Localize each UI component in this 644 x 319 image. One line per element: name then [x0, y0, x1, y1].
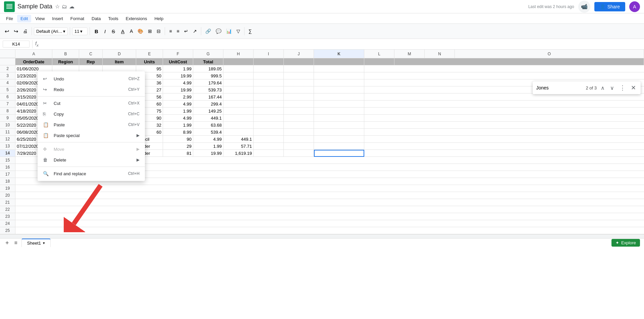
cell[interactable] [314, 101, 364, 108]
col-header-k[interactable]: K [314, 50, 364, 58]
cell[interactable]: 1.99 [163, 65, 193, 72]
cell[interactable] [254, 65, 284, 72]
function-btn[interactable]: ∑ [247, 27, 254, 35]
cell[interactable]: 1.99 [163, 108, 193, 115]
cell-d-header[interactable]: Item [103, 58, 136, 65]
menu-help[interactable]: Help [151, 15, 167, 22]
cell-b-header[interactable]: Region [52, 58, 79, 65]
cell[interactable]: 539.4 [193, 129, 223, 136]
menu-insert[interactable]: Insert [49, 15, 66, 22]
cell[interactable]: 167.44 [193, 93, 223, 101]
sheet-tabs-btn[interactable]: ≡ [13, 240, 19, 246]
ctx-copy[interactable]: ⎘ Copy Ctrl+C [38, 109, 145, 119]
avatar[interactable]: A [629, 1, 640, 12]
col-header-n[interactable]: N [425, 50, 455, 58]
col-header-j[interactable]: J [284, 50, 314, 58]
row-num[interactable]: 20 [0, 192, 15, 199]
strikethrough-btn[interactable]: S [109, 27, 118, 36]
cell[interactable] [284, 93, 314, 101]
row-num[interactable]: 23 [0, 213, 15, 220]
star-icon[interactable]: ☆ [55, 3, 60, 10]
cell[interactable] [254, 101, 284, 108]
cell[interactable]: 19.99 [163, 72, 193, 79]
cell-g-header[interactable]: Total [193, 58, 223, 65]
col-header-e[interactable]: E [136, 50, 163, 58]
cell-h14[interactable]: 1,619.19 [223, 150, 254, 157]
row-num[interactable]: 15 [0, 157, 15, 164]
cell[interactable] [254, 115, 284, 122]
cell[interactable]: 539.73 [193, 86, 223, 93]
cell[interactable] [284, 129, 314, 136]
doc-title[interactable]: Sample Data [17, 3, 52, 10]
cell[interactable] [314, 65, 364, 72]
row-num[interactable]: 2 [0, 65, 15, 72]
row-num[interactable]: 13 [0, 143, 15, 150]
cell-i14[interactable] [254, 150, 284, 157]
fill-color-btn[interactable]: 🎨 [136, 27, 145, 35]
explore-button[interactable]: ✦ Explore [611, 239, 640, 247]
menu-extensions[interactable]: Extensions [122, 15, 151, 22]
cell[interactable] [254, 93, 284, 101]
menu-tools[interactable]: Tools [105, 15, 121, 22]
menu-view[interactable]: View [32, 15, 48, 22]
cell[interactable]: 29 [163, 143, 193, 150]
cell[interactable] [314, 79, 364, 86]
cell[interactable] [314, 122, 364, 129]
cell-f-header[interactable]: UnitCost [163, 58, 193, 65]
cell[interactable] [223, 86, 254, 93]
cell[interactable]: 90 [163, 136, 193, 143]
cell[interactable]: 63.68 [193, 122, 223, 129]
cell-h-header[interactable] [223, 58, 254, 65]
cell[interactable]: 2.99 [163, 93, 193, 101]
ctx-redo[interactable]: ↪ Redo Ctrl+Y [38, 84, 145, 95]
cell[interactable] [284, 101, 314, 108]
cell[interactable] [314, 86, 364, 93]
cell[interactable] [223, 93, 254, 101]
row-num-14[interactable]: 14 [0, 150, 15, 157]
ctx-paste-special[interactable]: 📋 Paste special ▶ [38, 130, 145, 141]
ctx-undo[interactable]: ↩ Undo Ctrl+Z [38, 73, 145, 84]
cell[interactable] [254, 86, 284, 93]
cell[interactable] [223, 115, 254, 122]
row-num[interactable]: 24 [0, 220, 15, 227]
cell[interactable] [314, 108, 364, 115]
row-num[interactable]: 5 [0, 86, 15, 93]
cell[interactable]: 999.5 [193, 72, 223, 79]
cell[interactable]: 179.64 [193, 79, 223, 86]
cell[interactable] [223, 79, 254, 86]
menu-data[interactable]: Data [88, 15, 104, 22]
cell[interactable]: 299.4 [193, 101, 223, 108]
find-more-options-btn[interactable]: ⋮ [618, 83, 627, 92]
menu-file[interactable]: File [3, 15, 16, 22]
cell[interactable]: 449.1 [193, 115, 223, 122]
chart-btn[interactable]: 📊 [224, 27, 234, 35]
cell-f14[interactable]: 81 [163, 150, 193, 157]
cell[interactable] [284, 136, 314, 143]
col-header-d[interactable]: D [103, 50, 136, 58]
row-num[interactable]: 8 [0, 108, 15, 115]
sheet-tab-active[interactable]: Sheet1 ▾ [21, 239, 51, 247]
font-name-dropdown[interactable]: Default (Ari… ▾ [34, 27, 68, 35]
cloud-icon[interactable]: ☁ [69, 3, 74, 10]
cell[interactable]: 189.05 [193, 65, 223, 72]
col-header-m[interactable]: M [394, 50, 425, 58]
row-num[interactable]: 16 [0, 164, 15, 171]
ctx-move[interactable]: ✥ Move ▶ [38, 144, 145, 154]
cell-l-header[interactable] [364, 58, 394, 65]
col-header-l[interactable]: L [364, 50, 394, 58]
cell[interactable]: 19.99 [163, 86, 193, 93]
row-num[interactable]: 9 [0, 115, 15, 122]
cell[interactable] [314, 93, 364, 101]
cell[interactable] [284, 72, 314, 79]
meet-button[interactable]: 📹 [578, 1, 590, 13]
row-num[interactable]: 4 [0, 79, 15, 86]
row-num[interactable]: 22 [0, 206, 15, 213]
col-header-f[interactable]: F [163, 50, 193, 58]
italic-btn[interactable]: I [102, 27, 108, 36]
undo-btn[interactable]: ↩ [3, 27, 11, 36]
folder-icon[interactable]: 🗂 [62, 4, 67, 10]
row-num[interactable]: 18 [0, 178, 15, 185]
cell[interactable] [254, 122, 284, 129]
cell[interactable]: 4.99 [163, 101, 193, 108]
cell[interactable]: 4.99 [193, 136, 223, 143]
